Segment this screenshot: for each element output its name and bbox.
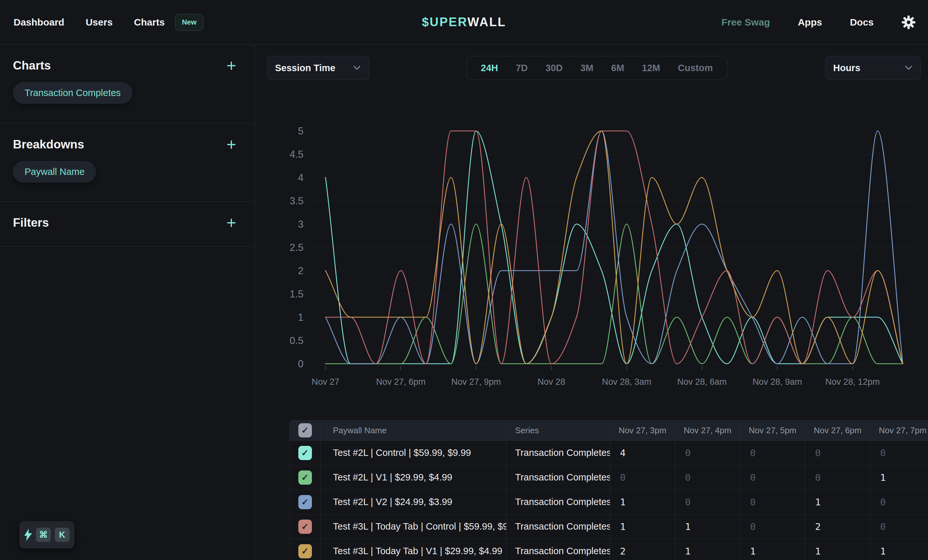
- series-cell: Transaction Completes: [507, 490, 610, 514]
- x-axis-label: Nov 28, 12pm: [826, 377, 880, 387]
- y-axis-label: 4: [298, 172, 304, 183]
- range-tab-7d[interactable]: 7D: [516, 63, 528, 73]
- gear-icon[interactable]: [902, 15, 916, 29]
- pill-paywall-name[interactable]: Paywall Name: [13, 161, 96, 183]
- row-checkbox[interactable]: ✓: [298, 495, 312, 509]
- value-cell-hour-1: 0: [610, 465, 675, 490]
- value-cell-hour-3: 1: [740, 539, 805, 560]
- x-axis-label: Nov 28, 3am: [602, 377, 651, 387]
- paywall-name-cell: Test #2L | V2 | $24.99, $3.99: [321, 490, 507, 514]
- k-key: K: [55, 528, 70, 542]
- column-header-hour-5: Nov 27, 7pm: [870, 420, 928, 440]
- series-cell: Transaction Completes: [507, 465, 610, 490]
- row-checkbox-cell: ✓: [290, 490, 321, 514]
- chevron-down-icon: [353, 65, 361, 70]
- table-row: ✓Test #3L | Today Tab | V1 | $29.99, $4.…: [290, 539, 928, 560]
- table-row: ✓Test #2L | V2 | $24.99, $3.99Transactio…: [290, 490, 928, 514]
- command-key: ⌘: [36, 528, 51, 542]
- value-cell-hour-3: 0: [740, 465, 805, 490]
- series-line: [325, 224, 903, 364]
- add-breakdown-button[interactable]: +: [226, 139, 242, 150]
- y-axis-label: 2: [298, 265, 304, 277]
- paywall-name-cell: Test #3L | Today Tab | Control | $59.99,…: [321, 514, 507, 539]
- table-body: ✓Test #2L | Control | $59.99, $9.99Trans…: [290, 441, 928, 560]
- paywall-name-cell: Test #2L | V1 | $29.99, $4.99: [321, 465, 507, 490]
- new-badge: New: [175, 14, 203, 31]
- value-cell-hour-3: 0: [740, 441, 805, 465]
- row-checkbox[interactable]: ✓: [298, 446, 312, 460]
- metric-select-value: Session Time: [275, 63, 335, 73]
- table-header-row: ✓ Paywall NameSeriesNov 27, 3pmNov 27, 4…: [290, 420, 928, 441]
- paywall-name-cell: Test #3L | Today Tab | V1 | $29.99, $4.9…: [321, 539, 507, 560]
- logo-rest: WALL: [467, 15, 507, 29]
- select-all-cell: ✓: [290, 420, 321, 440]
- add-filter-button[interactable]: +: [226, 217, 242, 228]
- x-axis-label: Nov 27, 9pm: [451, 377, 501, 387]
- x-axis-label: Nov 28, 6am: [677, 377, 727, 387]
- value-cell-hour-1: 1: [610, 490, 675, 514]
- series-line: [325, 131, 903, 364]
- value-cell-hour-5: 0: [870, 514, 928, 539]
- value-cell-hour-2: 0: [675, 465, 740, 490]
- value-cell-hour-5: 1: [870, 465, 928, 490]
- row-checkbox-cell: ✓: [290, 441, 321, 465]
- value-cell-hour-1: 4: [610, 441, 675, 465]
- command-palette-hint[interactable]: ⌘ K: [20, 521, 75, 548]
- metric-select[interactable]: Session Time: [267, 56, 369, 80]
- column-header-hour-2: Nov 27, 4pm: [675, 420, 740, 440]
- row-checkbox[interactable]: ✓: [298, 470, 312, 485]
- x-axis-label: Nov 28, 9am: [752, 377, 802, 387]
- range-tab-12m[interactable]: 12M: [642, 63, 660, 73]
- pill-transaction-completes[interactable]: Transaction Completes: [13, 82, 132, 104]
- value-cell-hour-2: 0: [675, 441, 740, 465]
- nav-right: Free Swag Apps Docs: [722, 15, 917, 29]
- range-tab-30d[interactable]: 30D: [546, 63, 563, 73]
- breakdown-table: ✓ Paywall NameSeriesNov 27, 3pmNov 27, 4…: [289, 420, 928, 560]
- chevron-down-icon: [904, 65, 913, 70]
- value-cell-hour-2: 0: [675, 490, 740, 514]
- range-tab-3m[interactable]: 3M: [580, 63, 594, 73]
- row-checkbox[interactable]: ✓: [298, 520, 312, 534]
- range-tab-24h[interactable]: 24H: [481, 63, 498, 73]
- value-cell-hour-3: 0: [740, 490, 805, 514]
- value-cell-hour-4: 2: [805, 514, 870, 539]
- series-cell: Transaction Completes: [507, 539, 610, 560]
- series-line: [325, 131, 903, 364]
- value-cell-hour-5: 0: [870, 490, 928, 514]
- table-row: ✓Test #2L | Control | $59.99, $9.99Trans…: [290, 441, 928, 465]
- unit-select-value: Hours: [833, 63, 860, 73]
- range-tab-6m[interactable]: 6M: [611, 63, 624, 73]
- nav-left: Dashboard Users Charts New: [11, 14, 203, 31]
- row-checkbox[interactable]: ✓: [298, 544, 312, 558]
- select-all-checkbox[interactable]: ✓: [298, 423, 312, 437]
- nav-users[interactable]: Users: [86, 17, 113, 28]
- series-cell: Transaction Completes: [507, 514, 610, 539]
- range-tab-custom[interactable]: Custom: [678, 63, 713, 73]
- column-header-hour-3: Nov 27, 5pm: [740, 420, 805, 440]
- range-tabs: 24H7D30D3M6M12MCustom: [466, 56, 727, 80]
- value-cell-hour-5: 1: [870, 539, 928, 560]
- nav-apps[interactable]: Apps: [798, 17, 822, 28]
- y-axis-label: 1.5: [290, 288, 304, 300]
- nav-free-swag[interactable]: Free Swag: [722, 17, 770, 28]
- unit-select[interactable]: Hours: [825, 56, 921, 80]
- nav-docs[interactable]: Docs: [850, 17, 874, 28]
- value-cell-hour-5: 0: [870, 441, 928, 465]
- y-axis-label: 0: [298, 358, 304, 370]
- add-chart-button[interactable]: +: [226, 60, 242, 72]
- column-header-paywall-name: Paywall Name: [321, 420, 507, 440]
- series-line: [325, 131, 903, 364]
- app: Dashboard Users Charts New $UPERWALL Fre…: [0, 0, 928, 560]
- y-axis-label: 5: [298, 125, 304, 137]
- value-cell-hour-4: 1: [805, 539, 870, 560]
- nav-dashboard[interactable]: Dashboard: [14, 17, 64, 28]
- series-cell: Transaction Completes: [507, 441, 610, 465]
- filters-section-title: Filters: [13, 216, 49, 230]
- value-cell-hour-3: 0: [740, 514, 805, 539]
- paywall-name-cell: Test #2L | Control | $59.99, $9.99: [321, 441, 507, 465]
- top-nav: Dashboard Users Charts New $UPERWALL Fre…: [0, 0, 928, 45]
- value-cell-hour-4: 0: [805, 441, 870, 465]
- nav-charts[interactable]: Charts: [134, 17, 165, 28]
- value-cell-hour-4: 1: [805, 490, 870, 514]
- y-axis-label: 3: [298, 219, 304, 230]
